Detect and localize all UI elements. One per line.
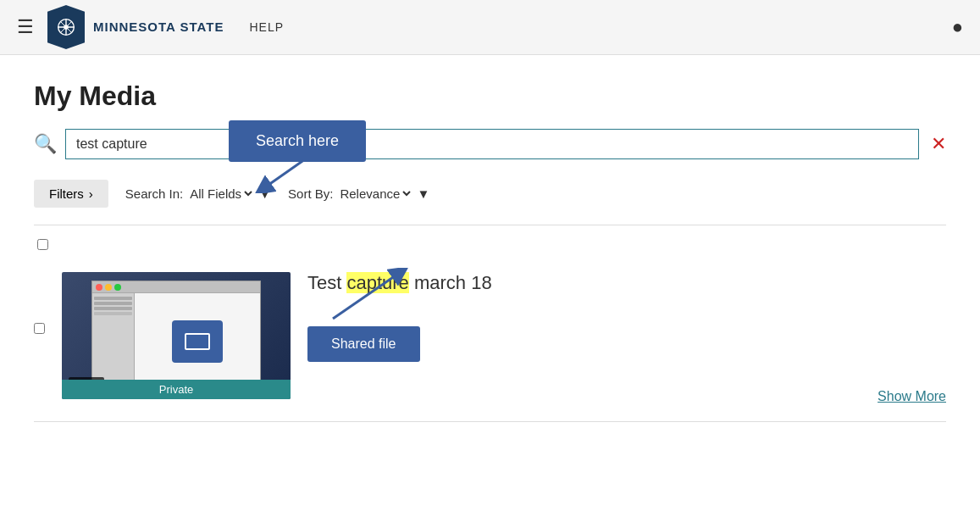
filters-button[interactable]: Filters › [34,180,108,208]
nav-help[interactable]: HELP [249,20,284,34]
media-title-suffix: march 18 [409,272,492,293]
search-in-label: Search In: [125,186,183,201]
hamburger-menu[interactable]: ☰ [17,16,34,38]
sort-by-chevron: ▼ [417,186,429,201]
page-title: My Media [34,81,946,112]
main-content: My Media Search here 🔍 ✕ Filters › [0,55,980,447]
logo: Minnesota State [47,5,224,49]
search-tooltip-arrow [254,159,339,193]
filters-row: Filters › Search In: All Fields ▼ Sort B… [34,180,946,208]
search-icon: 🔍 [34,133,57,155]
header-search-icon[interactable]: ● [952,16,963,38]
clear-search-button[interactable]: ✕ [931,133,946,155]
select-all-row [34,239,946,250]
search-in-select[interactable]: All Fields [186,186,255,202]
sort-by-select[interactable]: Relevance [336,186,413,202]
filters-chevron-icon: › [89,186,93,201]
media-item-checkbox[interactable] [34,323,45,334]
search-bar: 🔍 ✕ [34,129,946,159]
select-all-checkbox[interactable] [37,239,48,250]
divider-top [34,225,946,225]
svg-line-7 [263,159,305,189]
media-privacy-label: Private [62,380,291,399]
header-nav: HELP [249,20,284,34]
media-thumbnail[interactable]: 00:31 Private [62,272,291,399]
search-in-dropdown[interactable]: Search In: All Fields ▼ [125,186,271,202]
logo-text: Minnesota State [93,19,224,35]
media-title: Test capture march 18 [307,272,946,294]
divider-bottom [34,421,946,422]
logo-badge [47,5,85,49]
media-title-highlight: capture [346,272,408,293]
media-item: 00:31 Private Test capture march 18 [34,258,946,413]
media-title-prefix: Test [307,272,346,293]
svg-point-5 [64,25,69,30]
search-tooltip-box: Search here [229,120,366,162]
show-more-link[interactable]: Show More [878,389,946,403]
search-input[interactable] [65,129,919,159]
app-header: ☰ Minnesota State HELP ● [0,0,980,55]
media-info: Test capture march 18 Shared file [307,272,946,362]
shared-file-tooltip: Shared file [307,326,420,362]
